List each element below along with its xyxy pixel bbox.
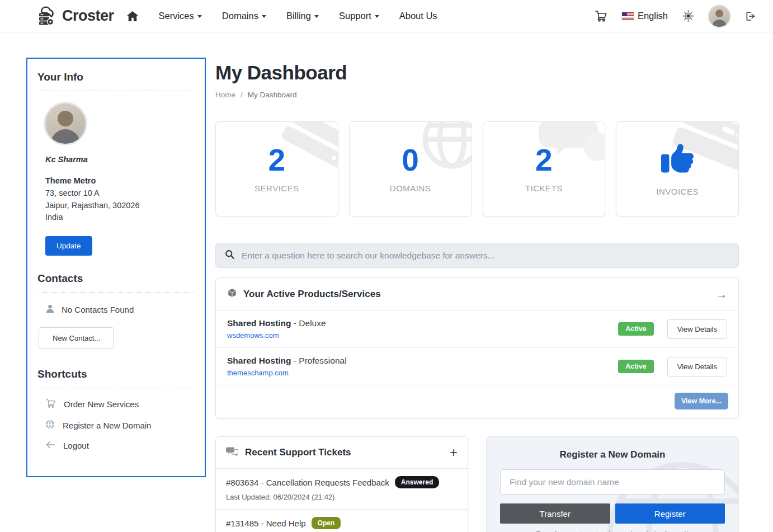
- search-icon: [225, 249, 234, 261]
- brand-name: Croster: [62, 7, 114, 25]
- view-details-button[interactable]: View Details: [667, 319, 727, 339]
- person-icon: [45, 304, 55, 315]
- product-row[interactable]: Shared Hosting - Professional themescham…: [216, 348, 738, 385]
- transfer-button[interactable]: Transfer: [500, 503, 610, 524]
- chevron-down-icon: [262, 15, 266, 18]
- stats-row: 2 SERVICES 0 DOMAINS: [215, 121, 739, 216]
- ticket-status-badge: Answered: [395, 476, 439, 488]
- recent-tickets-panel: Recent Support Tickets + #803634 - Cance…: [215, 436, 468, 532]
- ticket-title: #803634 - Cancellation Requests Feedback: [226, 478, 389, 487]
- stat-card-services[interactable]: 2 SERVICES: [215, 121, 338, 216]
- arrow-right-icon[interactable]: →: [716, 289, 727, 300]
- active-products-title: Your Active Products/Services: [243, 289, 381, 300]
- page-title: My Dashboard: [215, 62, 739, 84]
- tickets-count: 2: [535, 145, 553, 176]
- cart-icon[interactable]: [595, 10, 607, 22]
- knowledgebase-search: [215, 243, 739, 268]
- plus-icon[interactable]: +: [450, 446, 458, 459]
- ticket-title: #131485 - Need Help: [226, 519, 306, 528]
- language-selector[interactable]: English: [622, 11, 668, 21]
- profile-photo: [45, 103, 86, 144]
- services-label: SERVICES: [254, 183, 299, 193]
- cube-icon: [227, 288, 237, 300]
- no-contacts-text: No Contacts Found: [62, 305, 134, 314]
- shortcut-order-new-services[interactable]: Order New Services: [45, 398, 194, 409]
- main-nav: Services Domains Billing Support About U…: [159, 11, 437, 21]
- us-flag-icon: [622, 12, 634, 20]
- knowledgebase-search-input[interactable]: [242, 251, 729, 261]
- chevron-down-icon: [197, 15, 202, 18]
- shortcut-register-domain[interactable]: Register a New Domain: [45, 420, 194, 431]
- nav-item-domains[interactable]: Domains: [222, 11, 266, 21]
- cloud-server-logo-icon: [35, 4, 58, 28]
- status-badge: Active: [618, 360, 654, 373]
- language-label: English: [638, 11, 668, 21]
- home-icon[interactable]: [126, 11, 139, 22]
- globe-icon: [45, 420, 55, 431]
- status-badge: Active: [618, 322, 654, 336]
- transfer-footnote: Transfer now to extend your domain by 1 …: [500, 530, 725, 532]
- product-name: Shared Hosting: [227, 318, 291, 328]
- product-variant: - Deluxe: [291, 318, 326, 328]
- divider: [37, 292, 194, 293]
- nav-item-about-us[interactable]: About Us: [399, 11, 437, 21]
- product-row[interactable]: Shared Hosting - Deluxe wsdemows.com Act…: [216, 310, 738, 348]
- sidebar-your-info-card: Your Info Kc Sharma Theme Metro 73, sect…: [26, 58, 206, 477]
- shortcuts-title: Shortcuts: [37, 368, 194, 380]
- top-navbar: Croster Services Domains Billing Support…: [0, 0, 773, 32]
- nav-item-billing[interactable]: Billing: [286, 11, 319, 21]
- ticket-row[interactable]: #131485 - Need Help Open: [216, 509, 468, 532]
- contacts-title: Contacts: [37, 272, 194, 285]
- product-name: Shared Hosting: [227, 356, 291, 365]
- client-address: Theme Metro 73, sector 10 A Jaipur, Raja…: [45, 175, 194, 224]
- cart-icon: [45, 398, 56, 409]
- arrow-left-icon: [45, 441, 55, 450]
- invoices-label: INVOICES: [656, 187, 699, 196]
- stat-card-domains[interactable]: 0 DOMAINS: [349, 121, 472, 216]
- stat-card-tickets[interactable]: 2 TICKETS: [483, 121, 606, 216]
- divider: [37, 388, 194, 388]
- brand-logo[interactable]: Croster: [35, 4, 114, 28]
- chevron-down-icon: [375, 15, 379, 18]
- ticket-status-badge: Open: [312, 517, 341, 529]
- servers-icon: [276, 121, 338, 183]
- logout-icon[interactable]: [744, 11, 756, 22]
- user-avatar[interactable]: [709, 6, 730, 27]
- chat-bubbles-icon: [226, 446, 238, 459]
- no-contacts-row: No Contacts Found: [45, 304, 194, 315]
- register-button[interactable]: Register: [615, 503, 725, 524]
- breadcrumb-home[interactable]: Home: [215, 91, 235, 99]
- domains-count: 0: [402, 145, 419, 176]
- view-details-button[interactable]: View Details: [667, 357, 727, 376]
- theme-toggle-sun-icon[interactable]: [682, 10, 694, 22]
- breadcrumb-current: My Dashboard: [248, 91, 297, 99]
- product-domain-link[interactable]: wsdemows.com: [227, 331, 326, 340]
- breadcrumb: Home / My Dashboard: [215, 91, 739, 99]
- ticket-row[interactable]: #803634 - Cancellation Requests Feedback…: [216, 468, 468, 509]
- ticket-last-updated: Last Updated: 06/20/2024 (21:42): [226, 493, 458, 501]
- nav-item-services[interactable]: Services: [159, 11, 202, 21]
- product-domain-link[interactable]: themeschamp.com: [227, 369, 347, 377]
- product-variant: - Professional: [291, 356, 347, 365]
- your-info-title: Your Info: [37, 71, 194, 83]
- chevron-down-icon: [314, 15, 319, 18]
- view-more-button[interactable]: View More...: [675, 393, 728, 409]
- register-domain-title: Register a New Domain: [500, 449, 725, 460]
- domain-search-input[interactable]: [500, 469, 725, 495]
- recent-tickets-title: Recent Support Tickets: [245, 447, 351, 458]
- services-count: 2: [268, 145, 286, 176]
- thumbs-up-icon: [660, 142, 695, 177]
- update-button[interactable]: Update: [45, 236, 92, 256]
- active-products-panel: Your Active Products/Services → Shared H…: [215, 277, 739, 419]
- register-domain-panel: Register a New Domain Transfer Register …: [486, 436, 739, 532]
- shortcut-logout[interactable]: Logout: [45, 441, 194, 450]
- client-name: Kc Sharma: [45, 155, 194, 164]
- stat-card-invoices[interactable]: INVOICES: [616, 121, 739, 216]
- tickets-label: TICKETS: [525, 183, 563, 193]
- globe-icon: [410, 121, 472, 183]
- domains-label: DOMAINS: [390, 183, 431, 193]
- nav-item-support[interactable]: Support: [339, 11, 379, 21]
- new-contact-button[interactable]: New Contact...: [39, 327, 114, 349]
